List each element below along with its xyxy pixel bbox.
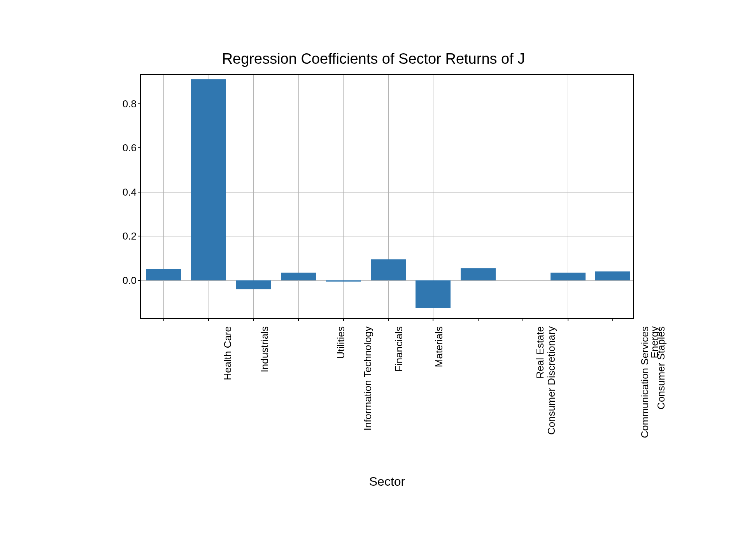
plot-area: Health CareIndustrialsInformation Techno… (140, 74, 634, 319)
chart-title: Regression Coefficients of Sector Return… (70, 51, 677, 67)
x-tick-label: Real Estate (534, 326, 546, 378)
x-tick-label: Information Technology (362, 326, 374, 430)
x-tick-label: Energy (649, 326, 661, 358)
x-tick-mark (568, 318, 568, 321)
grid-line-vertical (523, 75, 523, 318)
grid-line-vertical (568, 75, 568, 318)
x-tick-mark (523, 318, 523, 321)
x-tick-label: Consumer Discretionary (545, 326, 558, 435)
bar (281, 273, 316, 280)
bar (326, 280, 361, 282)
bar (191, 79, 226, 280)
bar (551, 273, 586, 280)
bar (146, 269, 181, 280)
y-tick-mark (138, 236, 141, 236)
grid-line-vertical (388, 75, 389, 318)
grid-line-vertical (478, 75, 478, 318)
grid-line-vertical (613, 75, 613, 318)
x-tick-mark (433, 318, 433, 321)
x-tick-mark (388, 318, 389, 321)
x-tick-mark (343, 318, 344, 321)
bar (416, 280, 451, 308)
y-tick-mark (138, 192, 141, 192)
chart-container: Regression Coefficients of Sector Return… (70, 51, 677, 509)
grid-line-vertical (163, 75, 164, 318)
y-tick-mark (138, 147, 141, 148)
x-tick-label: Health Care (221, 326, 233, 380)
grid-line-horizontal (141, 280, 633, 281)
x-tick-mark (208, 318, 209, 321)
x-tick-label: Financials (393, 326, 405, 372)
x-tick-mark (478, 318, 479, 321)
y-tick-mark (138, 280, 141, 281)
x-axis-label: Sector (140, 474, 634, 489)
bar (461, 268, 496, 280)
x-tick-label: Materials (433, 326, 445, 367)
x-tick-mark (253, 318, 254, 321)
x-tick-mark (612, 318, 613, 321)
x-tick-label: Utilities (335, 326, 347, 359)
bar (236, 280, 271, 289)
bar (595, 271, 630, 280)
bar (371, 259, 406, 280)
y-tick-mark (138, 103, 141, 104)
grid-line-vertical (298, 75, 299, 318)
x-tick-mark (298, 318, 299, 321)
x-tick-label: Industrials (259, 326, 271, 373)
x-tick-mark (163, 318, 164, 321)
